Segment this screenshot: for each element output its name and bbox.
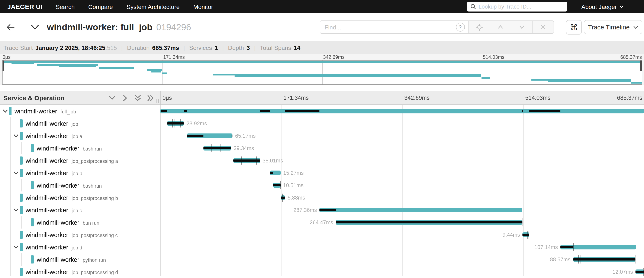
span-duration-bar[interactable] [270, 170, 281, 175]
service-name[interactable]: windmill-workerbash run [37, 179, 102, 192]
row-collapse-chevron[interactable] [13, 133, 19, 138]
service-name[interactable]: windmill-workerjob a [26, 130, 82, 142]
indent-guide-line [10, 130, 11, 142]
nav-item-search[interactable]: Search [56, 3, 75, 10]
indent-guide-line [10, 241, 11, 253]
minimap-span-bar [548, 80, 630, 82]
summary-value: 1 [214, 44, 218, 51]
minimap-left-scrubber-handle[interactable] [2, 60, 4, 71]
service-color-bar [20, 206, 22, 214]
find-input[interactable] [320, 21, 452, 33]
span-row[interactable]: windmill-workerjob_postprocessing c9.44m… [0, 228, 644, 241]
indent-guide-line [10, 228, 11, 241]
span-row[interactable]: windmill-workerbash run10.51ms [0, 179, 644, 192]
column-resize-grip[interactable] [156, 99, 159, 103]
trace-id-search-box[interactable]: Lookup by Trace ID... [467, 2, 567, 12]
summary-value: 14 [294, 44, 300, 51]
back-arrow-button[interactable] [4, 21, 17, 34]
span-row[interactable]: windmill-workerjob c287.36ms [0, 204, 644, 216]
span-duration-bar[interactable] [167, 121, 184, 126]
span-row[interactable]: windmill-workerjob23.92ms [0, 117, 644, 130]
summary-value: January 2 2025, 18:46:25.515 [35, 44, 117, 51]
minimap-canvas[interactable] [2, 60, 642, 85]
span-row[interactable]: windmill-workerjob d107.14ms [0, 241, 644, 253]
operation-name: job a [72, 134, 82, 139]
clear-find-button[interactable] [532, 21, 554, 33]
service-name[interactable]: windmill-workerjob b [26, 167, 82, 179]
span-duration-label: 10.51ms [283, 179, 304, 192]
span-log-tick [180, 120, 181, 128]
span-duration-bar[interactable] [281, 195, 285, 200]
span-row[interactable]: windmill-workerfull_job [0, 105, 644, 117]
next-result-button[interactable] [511, 21, 532, 33]
operation-name: bash run [83, 183, 102, 188]
service-name[interactable]: windmill-workerjob_postprocessing a [26, 154, 118, 167]
span-log-tick [573, 243, 574, 251]
arrow-left-icon [6, 24, 15, 31]
span-log-tick [256, 156, 257, 164]
span-duration-bar[interactable] [336, 220, 522, 225]
collapse-all-button[interactable] [134, 94, 142, 102]
about-jaeger-label: About Jaeger [581, 3, 617, 10]
row-collapse-chevron[interactable] [13, 207, 19, 213]
keyboard-shortcuts-button[interactable]: ⌘ [566, 20, 582, 34]
critical-path-segment [260, 110, 270, 112]
prev-result-button[interactable] [490, 21, 511, 33]
span-duration-bar[interactable] [320, 208, 522, 212]
span-row[interactable]: windmill-workerjob a65.17ms [0, 130, 644, 142]
span-duration-bar[interactable] [636, 270, 644, 274]
span-duration-label: 107.14ms [534, 241, 558, 253]
span-row[interactable]: windmill-workerjob_postprocessing a38.01… [0, 154, 644, 167]
about-jaeger-menu[interactable]: About Jaeger [581, 0, 624, 13]
operation-name: job [72, 121, 78, 126]
indent-guide-line [10, 253, 11, 266]
expand-all-button[interactable] [147, 94, 154, 102]
span-duration-bar[interactable] [573, 257, 636, 262]
span-duration-bar[interactable] [560, 245, 636, 250]
service-name[interactable]: windmill-workerjob c [26, 204, 82, 216]
service-name[interactable]: windmill-workerbash run [37, 142, 102, 154]
span-log-tick [528, 231, 528, 239]
span-row[interactable]: windmill-workerjob_postprocessing b5.88m… [0, 192, 644, 204]
service-name[interactable]: windmill-workerjob [26, 117, 78, 130]
service-name[interactable]: windmill-workerjob_postprocessing d [26, 266, 118, 276]
nav-item-monitor[interactable]: Monitor [193, 3, 213, 10]
service-name[interactable]: windmill-workerjob_postprocessing c [26, 228, 118, 241]
span-row[interactable]: windmill-workerjob b15.27ms [0, 167, 644, 179]
find-help-addon[interactable]: ? [452, 21, 468, 33]
minimap-right-scrubber-handle[interactable] [640, 60, 642, 71]
focus-span-button[interactable] [468, 21, 490, 33]
row-collapse-chevron[interactable] [13, 244, 19, 250]
span-row[interactable]: windmill-workerbun run264.47ms [0, 216, 644, 228]
span-row[interactable]: windmill-workerbash run39.34ms [0, 142, 644, 154]
span-duration-bar[interactable] [233, 158, 260, 163]
service-name[interactable]: windmill-workerjob d [26, 241, 82, 253]
span-row[interactable]: windmill-workerjob_postprocessing d12.07… [0, 266, 644, 276]
trace-view-selector[interactable]: Trace Timeline [584, 20, 642, 34]
collapse-one-button[interactable] [108, 94, 116, 102]
row-collapse-chevron[interactable] [13, 170, 19, 176]
chevron-down-icon [519, 25, 524, 29]
service-name[interactable]: windmill-workerfull_job [14, 105, 76, 117]
summary-label: Duration [127, 44, 150, 51]
service-name[interactable]: windmill-workerjob_postprocessing b [26, 192, 118, 204]
jaeger-logo[interactable]: JAEGER UI [7, 3, 42, 10]
trace-summary-bar: Trace StartJanuary 2 2025, 18:46:25.515|… [0, 41, 644, 54]
collapse-trace-detail-chevron[interactable] [30, 22, 40, 32]
service-color-bar [31, 181, 34, 189]
span-duration-label: 23.92ms [186, 117, 207, 130]
expand-one-button[interactable] [121, 94, 129, 102]
service-name[interactable]: windmill-workerbun run [37, 216, 99, 228]
nav-item-system-architecture[interactable]: System Architecture [126, 3, 180, 10]
span-log-tick [174, 120, 175, 128]
span-duration-bar[interactable] [186, 134, 233, 138]
nav-item-compare[interactable]: Compare [88, 3, 113, 10]
row-collapse-chevron[interactable] [2, 108, 8, 114]
close-icon [541, 25, 546, 30]
span-duration-bar[interactable] [273, 183, 280, 188]
span-duration-bar[interactable] [203, 146, 231, 150]
span-duration-label: 39.34ms [234, 142, 254, 154]
span-row[interactable]: windmill-workerpython run88.57ms [0, 253, 644, 266]
span-duration-bar[interactable] [160, 109, 644, 114]
service-name[interactable]: windmill-workerpython run [37, 253, 106, 266]
